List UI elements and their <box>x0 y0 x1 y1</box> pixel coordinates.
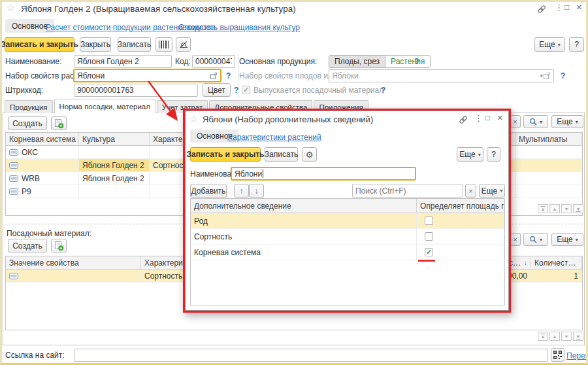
go-up-button[interactable]: ▲ <box>549 332 560 341</box>
column-header-property-value[interactable]: Значение свойства <box>6 256 141 269</box>
code-input[interactable] <box>192 55 235 68</box>
close-icon[interactable]: × <box>497 113 503 122</box>
barcode-button[interactable] <box>155 37 172 52</box>
clear-search-button[interactable]: × <box>465 184 476 198</box>
go-up-button[interactable]: ▲ <box>549 204 560 213</box>
page-title: Яблоня Голден 2 (Выращиваемая сельскохоз… <box>21 4 296 14</box>
name-field[interactable]: Яблони <box>231 167 416 181</box>
qr-code-button[interactable] <box>551 348 564 362</box>
get-link-icon[interactable] <box>537 5 546 16</box>
barcode-label: Штрихкод: <box>5 84 43 97</box>
gears-icon: ⚙ <box>306 150 314 160</box>
help-button[interactable]: ? <box>569 37 584 52</box>
color-button[interactable]: Цвет <box>203 83 231 97</box>
column-header-quantity[interactable]: Количест… <box>531 256 582 269</box>
more-button[interactable]: Еще▾ <box>534 37 565 52</box>
search-button[interactable]: ▾ <box>523 115 548 128</box>
maximize-icon[interactable]: □ <box>485 114 490 122</box>
search-button[interactable]: ▾ <box>523 233 548 246</box>
list-more-button[interactable]: Еще▾ <box>551 233 583 246</box>
go-first-button[interactable]: ▲ <box>538 332 548 341</box>
help-mark[interactable]: ? <box>226 69 231 82</box>
page-plus-icon <box>54 241 64 251</box>
element-icon <box>9 273 18 279</box>
column-header-root-system[interactable]: Корневая система <box>6 133 79 146</box>
column-header-culture[interactable]: Культура <box>79 133 150 146</box>
favorite-star-icon[interactable]: ☆ <box>7 3 15 12</box>
defines-area-checkbox[interactable] <box>425 232 433 241</box>
favorite-star-icon[interactable]: ☆ <box>189 114 198 124</box>
chevron-down-icon: ▾ <box>558 42 561 48</box>
column-header-defines-area[interactable]: Определяет площадь посадки <box>417 199 504 213</box>
tab-planting-norms[interactable]: Норма посадки, материал <box>54 99 155 113</box>
main-product-label: Основная продукция: <box>239 55 317 68</box>
help-mark[interactable]: ? <box>381 84 385 97</box>
open-icon[interactable] <box>210 72 218 80</box>
annotation-underline <box>418 260 435 262</box>
close-button[interactable]: Закрыть <box>80 37 111 52</box>
search-input[interactable] <box>352 184 463 198</box>
save-and-close-button[interactable]: Записать и закрыть <box>190 147 261 162</box>
site-link-input[interactable] <box>74 349 548 362</box>
close-icon[interactable]: × <box>576 2 582 12</box>
list-more-button[interactable]: Еще▾ <box>551 115 583 128</box>
table-row[interactable]: Сортность <box>191 229 504 245</box>
tab-products[interactable]: Продукция <box>5 100 53 113</box>
name-input[interactable] <box>74 55 172 68</box>
table-row[interactable]: Корневая система ✓ <box>191 245 504 260</box>
barcode-icon <box>159 41 170 48</box>
create-by-copy-button[interactable] <box>51 239 67 252</box>
help-mark[interactable]: ? <box>561 69 565 82</box>
help-mark[interactable]: ? <box>234 84 238 97</box>
open-icon <box>543 72 551 80</box>
get-link-icon[interactable] <box>459 115 468 126</box>
more-button[interactable]: Еще▾ <box>457 147 483 162</box>
report-link-growing-cost[interactable]: Стоимость выращивания культур <box>178 22 300 33</box>
planting-material-section-label: Посадочный материал: <box>7 227 91 240</box>
element-icon <box>9 162 18 169</box>
maximize-icon[interactable]: □ <box>564 3 569 11</box>
go-down-button[interactable]: ▼ <box>561 204 572 213</box>
go-first-button[interactable]: ▲ <box>538 204 548 213</box>
clear-search-button[interactable]: × <box>510 115 521 128</box>
code-label: Код: <box>175 55 191 68</box>
column-header-additional-info[interactable]: Дополнительное сведение <box>191 199 417 213</box>
go-down-button[interactable]: ▼ <box>561 332 572 341</box>
application-window: ☆ Яблоня Голден 2 (Выращиваемая сельскох… <box>0 0 588 365</box>
go-to-site-link[interactable]: Перейти <box>566 351 588 361</box>
plant-props-field[interactable]: Яблони <box>73 69 221 82</box>
move-down-button[interactable]: ↓ <box>249 184 264 198</box>
barcode-input[interactable] <box>74 84 198 97</box>
toggle-fruits-option[interactable]: Плоды, срез <box>329 56 385 67</box>
list-more-button[interactable]: Еще▾ <box>479 184 505 198</box>
add-button[interactable]: Добавить <box>190 184 227 198</box>
create-by-copy-button[interactable] <box>51 116 67 130</box>
table-row-selected[interactable]: Род <box>191 213 504 229</box>
settings-button[interactable]: ⚙ <box>302 147 317 162</box>
save-button[interactable]: Записать <box>265 147 298 162</box>
fruit-props-field: Яблоки ▾ <box>329 69 554 82</box>
search-icon <box>529 235 537 243</box>
move-up-button[interactable]: ↑ <box>234 184 249 198</box>
up-arrow-icon: ↑ <box>240 186 244 196</box>
go-last-button[interactable]: ▼ <box>573 204 583 213</box>
create-button[interactable]: Создать <box>8 239 47 252</box>
kebab-menu-icon[interactable]: ⋮ <box>555 3 563 12</box>
save-button[interactable]: Записать <box>118 37 151 52</box>
help-mark[interactable]: ? <box>414 55 419 68</box>
chevron-down-icon: ▾ <box>540 237 542 243</box>
notifications-button[interactable] <box>176 37 191 52</box>
plant-characteristics-link[interactable]: Характеристики растений <box>227 132 321 143</box>
clear-search-button[interactable]: × <box>510 233 521 246</box>
save-and-close-button[interactable]: Записать и закрыть <box>5 37 74 52</box>
toggle-plants-option[interactable]: Растения <box>385 56 430 67</box>
defines-area-checkbox[interactable] <box>425 217 433 225</box>
bell-slash-icon <box>179 40 188 49</box>
kebab-menu-icon[interactable]: ⋮ <box>474 114 483 122</box>
create-button[interactable]: Создать <box>8 116 47 130</box>
element-icon <box>9 149 18 156</box>
go-last-button[interactable]: ▼ <box>573 332 583 341</box>
defines-area-checkbox-checked[interactable]: ✓ <box>425 248 433 256</box>
help-button[interactable]: ? <box>487 147 500 162</box>
column-header-multiplats[interactable]: Мультиплаты <box>515 133 582 146</box>
